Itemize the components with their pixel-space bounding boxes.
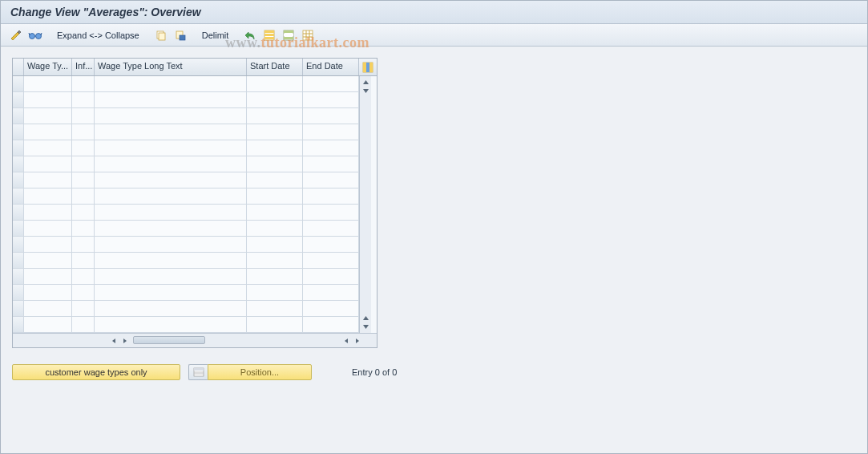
scrollbar-thumb[interactable] <box>133 336 205 344</box>
cell-wage-long[interactable] <box>95 269 247 284</box>
cell-inf[interactable] <box>72 253 95 268</box>
row-selector[interactable] <box>13 156 24 172</box>
row-selector[interactable] <box>13 140 24 156</box>
cell-end-date[interactable] <box>303 76 359 91</box>
cell-wage-long[interactable] <box>95 140 247 156</box>
cell-inf[interactable] <box>72 237 95 252</box>
undo-icon[interactable] <box>243 28 257 43</box>
cell-end-date[interactable] <box>303 221 359 236</box>
expand-collapse-button[interactable]: Expand <-> Collapse <box>54 30 143 40</box>
table-row[interactable] <box>13 317 359 333</box>
row-selector[interactable] <box>13 285 24 300</box>
copy-icon[interactable] <box>154 28 168 43</box>
horizontal-scrollbar[interactable] <box>13 333 377 347</box>
table-row[interactable] <box>13 188 359 205</box>
cell-inf[interactable] <box>72 156 95 172</box>
cell-end-date[interactable] <box>303 172 359 188</box>
cell-end-date[interactable] <box>303 188 359 204</box>
scroll-down-icon[interactable] <box>361 322 370 331</box>
cell-start-date[interactable] <box>247 140 303 156</box>
cell-start-date[interactable] <box>247 92 303 107</box>
scroll-up-icon[interactable] <box>361 314 370 322</box>
row-selector[interactable] <box>13 76 24 91</box>
cell-inf[interactable] <box>72 124 95 140</box>
cell-wage-type[interactable] <box>24 108 72 124</box>
configure-columns-icon[interactable] <box>359 59 377 75</box>
vertical-scrollbar[interactable] <box>359 76 371 333</box>
cell-start-date[interactable] <box>247 221 303 236</box>
cell-wage-long[interactable] <box>95 237 247 252</box>
cell-inf[interactable] <box>72 205 95 220</box>
cell-start-date[interactable] <box>247 108 303 124</box>
cell-wage-type[interactable] <box>24 221 72 236</box>
cell-start-date[interactable] <box>247 237 303 252</box>
cell-inf[interactable] <box>72 317 95 332</box>
cell-end-date[interactable] <box>303 285 359 300</box>
cell-wage-type[interactable] <box>24 172 72 188</box>
cell-start-date[interactable] <box>247 76 303 91</box>
table-row[interactable] <box>13 253 359 269</box>
glasses-icon[interactable] <box>28 28 42 43</box>
table-row[interactable] <box>13 172 359 188</box>
cell-wage-long[interactable] <box>95 76 247 91</box>
cell-start-date[interactable] <box>247 301 303 316</box>
cell-start-date[interactable] <box>247 269 303 284</box>
row-selector[interactable] <box>13 253 24 268</box>
row-selector[interactable] <box>13 237 24 252</box>
cell-end-date[interactable] <box>303 301 359 316</box>
cell-end-date[interactable] <box>303 317 359 332</box>
table-row[interactable] <box>13 285 359 301</box>
scroll-right-icon[interactable] <box>120 336 130 346</box>
table-settings-icon[interactable] <box>301 28 315 43</box>
cell-wage-long[interactable] <box>95 92 247 107</box>
table-row[interactable] <box>13 301 359 317</box>
cell-inf[interactable] <box>72 269 95 284</box>
position-icon[interactable] <box>188 364 208 380</box>
delimit-button[interactable]: Delimit <box>199 30 232 40</box>
cell-wage-long[interactable] <box>95 205 247 220</box>
cell-wage-long[interactable] <box>95 301 247 316</box>
cell-start-date[interactable] <box>247 205 303 220</box>
table-row[interactable] <box>13 76 359 92</box>
row-selector-header[interactable] <box>13 59 24 75</box>
cell-end-date[interactable] <box>303 269 359 284</box>
cell-wage-type[interactable] <box>24 301 72 316</box>
cell-end-date[interactable] <box>303 237 359 252</box>
cell-end-date[interactable] <box>303 205 359 220</box>
table-row[interactable] <box>13 108 359 124</box>
cell-wage-long[interactable] <box>95 188 247 204</box>
cell-inf[interactable] <box>72 140 95 156</box>
table-row[interactable] <box>13 92 359 108</box>
col-header-wage-type[interactable]: Wage Ty... <box>24 59 72 75</box>
cell-end-date[interactable] <box>303 92 359 107</box>
cell-wage-long[interactable] <box>95 253 247 268</box>
cell-inf[interactable] <box>72 301 95 316</box>
cell-start-date[interactable] <box>247 124 303 140</box>
cell-wage-type[interactable] <box>24 92 72 107</box>
row-selector[interactable] <box>13 108 24 124</box>
cell-wage-long[interactable] <box>95 285 247 300</box>
change-icon[interactable] <box>9 28 23 43</box>
row-selector[interactable] <box>13 92 24 107</box>
col-header-end-date[interactable]: End Date <box>303 59 359 75</box>
col-header-inf[interactable]: Inf... <box>72 59 95 75</box>
cell-wage-long[interactable] <box>95 221 247 236</box>
table-row[interactable] <box>13 221 359 237</box>
scroll-down-icon[interactable] <box>361 87 370 95</box>
row-selector[interactable] <box>13 172 24 188</box>
cell-inf[interactable] <box>72 172 95 188</box>
cell-wage-type[interactable] <box>24 237 72 252</box>
cell-wage-long[interactable] <box>95 124 247 140</box>
scroll-left-icon[interactable] <box>341 336 351 346</box>
deselect-all-icon[interactable] <box>281 28 296 43</box>
cell-end-date[interactable] <box>303 108 359 124</box>
cell-wage-long[interactable] <box>95 317 247 332</box>
cell-wage-long[interactable] <box>95 108 247 124</box>
scroll-up-icon[interactable] <box>361 78 370 87</box>
cell-inf[interactable] <box>72 285 95 300</box>
cell-wage-long[interactable] <box>95 156 247 172</box>
cell-wage-type[interactable] <box>24 188 72 204</box>
cell-wage-type[interactable] <box>24 269 72 284</box>
row-selector[interactable] <box>13 221 24 236</box>
cell-start-date[interactable] <box>247 172 303 188</box>
